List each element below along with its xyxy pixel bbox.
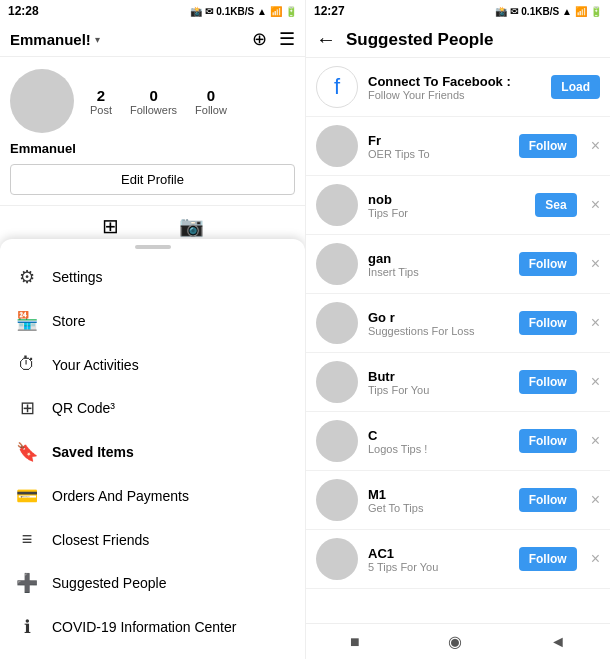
status-icons-left: 📸 ✉ 0.1KB/S ▲ 📶 🔋 xyxy=(190,6,297,17)
menu-item-orders[interactable]: 💳 Orders And Payments xyxy=(0,474,305,518)
suggested-avatar-2 xyxy=(316,184,358,226)
grid-tab-icon[interactable]: ⊞ xyxy=(102,214,119,238)
menu-item-store[interactable]: 🏪 Store xyxy=(0,299,305,343)
suggested-sub-8: 5 Tips For You xyxy=(368,561,509,573)
suggested-item-8: AC1 5 Tips For You Follow × xyxy=(306,530,610,589)
dismiss-icon-2[interactable]: × xyxy=(591,196,600,214)
nav-square-right[interactable]: ■ xyxy=(350,633,360,651)
facebook-avatar: f xyxy=(316,66,358,108)
suggested-sub-7: Get To Tips xyxy=(368,502,509,514)
follow-button-3[interactable]: Follow xyxy=(519,252,577,276)
dismiss-icon-4[interactable]: × xyxy=(591,314,600,332)
dismiss-icon-3[interactable]: × xyxy=(591,255,600,273)
suggested-icon: ➕ xyxy=(16,572,38,594)
nav-home-right[interactable]: ◉ xyxy=(448,632,462,651)
follow-button-5[interactable]: Follow xyxy=(519,370,577,394)
profile-section: 2 Post 0 Followers 0 Follow xyxy=(0,57,305,141)
menu-label-store: Store xyxy=(52,313,85,329)
top-icons: ⊕ ☰ xyxy=(252,28,295,50)
follow-button-4[interactable]: Follow xyxy=(519,311,577,335)
back-arrow-icon[interactable]: ← xyxy=(316,28,336,51)
dismiss-icon-8[interactable]: × xyxy=(591,550,600,568)
dismiss-icon-7[interactable]: × xyxy=(591,491,600,509)
suggested-name-facebook: Connect To Facebook : xyxy=(368,74,541,89)
menu-item-friends[interactable]: ≡ Closest Friends xyxy=(0,518,305,561)
suggested-avatar-7 xyxy=(316,479,358,521)
suggested-info-5: Butr Tips For You xyxy=(368,369,509,396)
suggested-item-4: Go r Suggestions For Loss Follow × xyxy=(306,294,610,353)
add-post-icon[interactable]: ⊕ xyxy=(252,28,267,50)
suggested-name-4: Go r xyxy=(368,310,509,325)
settings-icon: ⚙ xyxy=(16,266,38,288)
suggested-sub-4: Suggestions For Loss xyxy=(368,325,509,337)
suggested-avatar-8 xyxy=(316,538,358,580)
status-bar-right: 12:27 📸 ✉ 0.1KB/S ▲ 📶 🔋 xyxy=(306,0,610,22)
suggested-info-3: gan Insert Tips xyxy=(368,251,509,278)
menu-item-qrcode[interactable]: ⊞ QR Code³ xyxy=(0,386,305,430)
suggested-info-4: Go r Suggestions For Loss xyxy=(368,310,509,337)
suggested-item-1: Fr OER Tips To Follow × xyxy=(306,117,610,176)
suggested-item-facebook: f Connect To Facebook : Follow Your Frie… xyxy=(306,58,610,117)
saved-icon: 🔖 xyxy=(16,441,38,463)
follow-button-8[interactable]: Follow xyxy=(519,547,577,571)
top-bar-left: Emmanuel! ▾ ⊕ ☰ xyxy=(0,22,305,57)
dismiss-icon-1[interactable]: × xyxy=(591,137,600,155)
followers-label: Followers xyxy=(130,104,177,116)
camera-tab-icon[interactable]: 📷 xyxy=(179,214,204,238)
follow-label: Follow xyxy=(195,104,227,116)
menu-label-friends: Closest Friends xyxy=(52,532,149,548)
suggested-info-8: AC1 5 Tips For You xyxy=(368,546,509,573)
suggested-sub-6: Logos Tips ! xyxy=(368,443,509,455)
menu-item-activities[interactable]: ⏱ Your Activities xyxy=(0,343,305,386)
suggested-name-5: Butr xyxy=(368,369,509,384)
sea-button-2[interactable]: Sea xyxy=(535,193,576,217)
suggested-item-6: C Logos Tips ! Follow × xyxy=(306,412,610,471)
dismiss-icon-5[interactable]: × xyxy=(591,373,600,391)
suggested-item-5: Butr Tips For You Follow × xyxy=(306,353,610,412)
username-area[interactable]: Emmanuel! ▾ xyxy=(10,31,252,48)
covid-icon: ℹ xyxy=(16,616,38,638)
suggested-item-3: gan Insert Tips Follow × xyxy=(306,235,610,294)
drag-handle xyxy=(135,245,171,249)
menu-icon[interactable]: ☰ xyxy=(279,28,295,50)
display-name: Emmanuel xyxy=(0,141,305,164)
post-count: 2 xyxy=(97,87,105,104)
load-button[interactable]: Load xyxy=(551,75,600,99)
chevron-down-icon: ▾ xyxy=(95,34,100,45)
follow-button-6[interactable]: Follow xyxy=(519,429,577,453)
nav-bar-right: ■ ◉ ◄ xyxy=(306,623,610,659)
activities-icon: ⏱ xyxy=(16,354,38,375)
follow-button-1[interactable]: Follow xyxy=(519,134,577,158)
suggested-avatar-5 xyxy=(316,361,358,403)
edit-profile-button[interactable]: Edit Profile xyxy=(10,164,295,195)
left-panel: 12:28 📸 ✉ 0.1KB/S ▲ 📶 🔋 Emmanuel! ▾ ⊕ ☰ … xyxy=(0,0,305,659)
status-bar-left: 12:28 📸 ✉ 0.1KB/S ▲ 📶 🔋 xyxy=(0,0,305,22)
suggested-avatar-1 xyxy=(316,125,358,167)
menu-item-saved[interactable]: 🔖 Saved Items xyxy=(0,430,305,474)
menu-label-suggested: Suggested People xyxy=(52,575,166,591)
menu-item-covid[interactable]: ℹ COVID-19 Information Center xyxy=(0,605,305,649)
page-title: Suggested People xyxy=(346,30,493,50)
suggested-info-facebook: Connect To Facebook : Follow Your Friend… xyxy=(368,74,541,101)
suggested-name-1: Fr xyxy=(368,133,509,148)
follow-button-7[interactable]: Follow xyxy=(519,488,577,512)
follow-count: 0 xyxy=(207,87,215,104)
suggested-sub-2: Tips For xyxy=(368,207,525,219)
right-top-bar: ← Suggested People xyxy=(306,22,610,58)
suggested-info-1: Fr OER Tips To xyxy=(368,133,509,160)
nav-back-right[interactable]: ◄ xyxy=(550,633,566,651)
suggested-name-2: nob xyxy=(368,192,525,207)
menu-item-settings[interactable]: ⚙ Settings xyxy=(0,255,305,299)
dismiss-icon-6[interactable]: × xyxy=(591,432,600,450)
avatar xyxy=(10,69,74,133)
suggested-name-8: AC1 xyxy=(368,546,509,561)
stat-follow: 0 Follow xyxy=(195,87,227,116)
suggested-item-2: nob Tips For Sea × xyxy=(306,176,610,235)
suggested-name-7: M1 xyxy=(368,487,509,502)
suggested-sub-facebook: Follow Your Friends xyxy=(368,89,541,101)
right-panel: 12:27 📸 ✉ 0.1KB/S ▲ 📶 🔋 ← Suggested Peop… xyxy=(305,0,610,659)
time-right: 12:27 xyxy=(314,4,345,18)
time-left: 12:28 xyxy=(8,4,39,18)
suggested-sub-3: Insert Tips xyxy=(368,266,509,278)
menu-item-suggested[interactable]: ➕ Suggested People xyxy=(0,561,305,605)
